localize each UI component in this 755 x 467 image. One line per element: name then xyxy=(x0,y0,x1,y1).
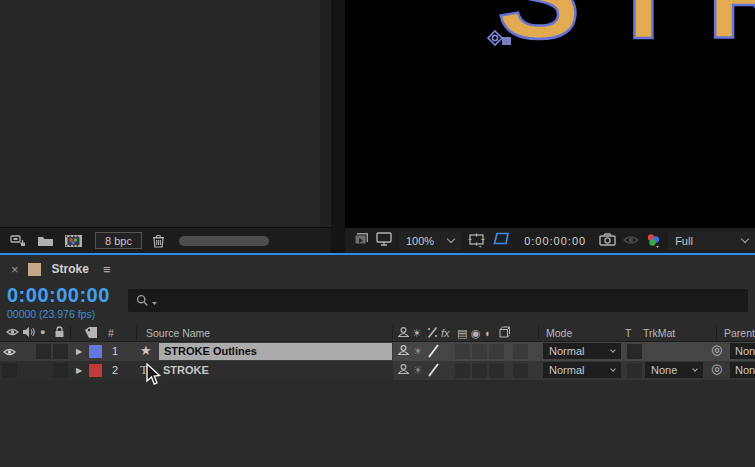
chevron-down-icon xyxy=(610,366,616,372)
layer-row-1[interactable]: ▶ 1 ★ STROKE Outlines ☀ Normal xyxy=(0,342,755,361)
3d-layer-column-icon[interactable] xyxy=(499,326,511,338)
video-column-eye-icon[interactable] xyxy=(6,326,19,338)
layer-index: 2 xyxy=(112,364,118,376)
shy-switch[interactable] xyxy=(397,344,410,357)
preserve-transparency-toggle[interactable] xyxy=(627,363,642,378)
anchor-point-icon[interactable] xyxy=(485,28,515,58)
quality-switch[interactable] xyxy=(428,344,439,358)
quality-column-icon[interactable] xyxy=(427,326,438,339)
chevron-down-icon xyxy=(741,235,749,243)
audio-column-speaker-icon[interactable] xyxy=(22,326,35,338)
trkmat-column-label[interactable]: TrkMat xyxy=(643,327,675,339)
main-viewer-icon[interactable] xyxy=(376,232,392,250)
composition-viewer[interactable]: STROKE xyxy=(345,0,755,227)
solo-toggle[interactable] xyxy=(36,344,51,359)
collapse-transform-column-icon[interactable]: ☀ xyxy=(412,326,422,340)
expand-arrow-icon[interactable]: ▶ xyxy=(76,366,82,375)
lock-column-icon[interactable] xyxy=(54,326,65,338)
layer-name[interactable]: STROKE Outlines xyxy=(159,343,392,360)
label-column-tag-icon[interactable] xyxy=(84,326,98,339)
zoom-value: 100% xyxy=(406,235,434,247)
fx-switch[interactable] xyxy=(455,344,470,359)
color-depth-button[interactable]: 8 bpc xyxy=(95,232,142,249)
layer-switches: ☀ Normal None ◎ None xyxy=(393,361,755,380)
viewer-timecode[interactable]: 0:00:00:00 xyxy=(518,235,592,247)
video-toggle[interactable] xyxy=(2,344,17,359)
new-folder-icon[interactable] xyxy=(37,234,54,247)
project-panel xyxy=(0,0,331,227)
comp-color-swatch xyxy=(28,263,41,276)
blend-mode-value: Normal xyxy=(549,364,584,376)
adjustment-layer-column-icon[interactable]: ◐ xyxy=(485,326,492,340)
resolution-value: Full xyxy=(675,235,693,247)
layer-index: 1 xyxy=(112,345,118,357)
lock-toggle[interactable] xyxy=(53,363,68,378)
expand-arrow-icon[interactable]: ▶ xyxy=(76,347,82,356)
quality-switch[interactable] xyxy=(428,363,439,377)
search-icon xyxy=(136,294,149,307)
motion-blur-switch[interactable] xyxy=(489,344,504,359)
timeline-tab-title[interactable]: Stroke xyxy=(52,262,89,276)
layer-row-2[interactable]: ▶ 2 T STROKE ☀ Normal xyxy=(0,361,755,380)
parent-dropdown[interactable]: None xyxy=(730,362,755,378)
motion-blur-switch[interactable] xyxy=(489,363,504,378)
trkmat-value: None xyxy=(651,364,677,376)
current-time-display[interactable]: 0:00:00:00 xyxy=(7,284,110,307)
channel-color-icon[interactable] xyxy=(646,233,661,248)
mouse-cursor xyxy=(146,363,162,391)
eye-icon xyxy=(3,346,16,358)
chevron-down-icon xyxy=(447,235,455,243)
chevron-down-icon xyxy=(610,347,616,353)
collapse-switch[interactable]: ☀ xyxy=(413,363,423,377)
frame-rate-info: 00000 (23.976 fps) xyxy=(7,308,95,320)
t-column-label[interactable]: T xyxy=(625,327,631,339)
footage-icon[interactable] xyxy=(64,234,83,248)
solo-column-icon[interactable]: ● xyxy=(40,325,45,339)
panel-menu-icon[interactable]: ≡ xyxy=(103,262,111,277)
timeline-panel: × Stroke ≡ 0:00:00:00 00000 (23.976 fps)… xyxy=(0,255,755,467)
trash-icon[interactable] xyxy=(152,234,165,248)
frame-blend-column-icon[interactable]: ▤ xyxy=(457,326,467,340)
preserve-transparency-toggle[interactable] xyxy=(627,344,642,359)
blend-mode-dropdown[interactable]: Normal xyxy=(543,362,621,378)
snapshot-camera-icon[interactable] xyxy=(599,232,616,250)
layer-label-swatch[interactable] xyxy=(89,364,102,377)
parent-column-label[interactable]: Parent xyxy=(724,327,755,339)
3d-switch[interactable] xyxy=(513,344,528,359)
mask-path-visibility-icon[interactable] xyxy=(492,231,511,250)
blend-mode-dropdown[interactable]: Normal xyxy=(543,343,621,359)
frame-blend-switch[interactable] xyxy=(472,344,487,359)
resolution-dropdown[interactable]: Full xyxy=(668,232,755,250)
source-name-column-label[interactable]: Source Name xyxy=(146,327,210,339)
video-toggle[interactable] xyxy=(2,363,17,378)
fx-switch[interactable] xyxy=(455,363,470,378)
magnification-dropdown[interactable]: 100% xyxy=(399,232,461,250)
shy-switch[interactable] xyxy=(397,363,410,376)
trkmat-dropdown[interactable]: None xyxy=(645,362,703,378)
project-panel-scrollbar[interactable] xyxy=(320,0,331,227)
parent-pickwhip-icon[interactable]: ◎ xyxy=(711,362,722,376)
effects-column-icon[interactable]: fx xyxy=(441,326,450,340)
horizontal-scrollbar[interactable] xyxy=(179,236,269,246)
always-preview-icon[interactable] xyxy=(353,232,369,250)
lock-toggle[interactable] xyxy=(53,344,68,359)
close-icon[interactable]: × xyxy=(11,262,19,277)
shy-column-icon[interactable] xyxy=(397,326,410,339)
index-column-label[interactable]: # xyxy=(108,327,114,339)
mode-column-label[interactable]: Mode xyxy=(546,327,572,339)
comp-title-text: STROKE xyxy=(497,0,755,57)
timeline-search-input[interactable] xyxy=(128,289,748,312)
viewer-toolbar: 100% 0:00:00:00 Full xyxy=(345,227,755,253)
frame-blend-switch[interactable] xyxy=(472,363,487,378)
motion-blur-column-icon[interactable]: ◉ xyxy=(471,326,481,340)
layer-switches: ☀ Normal ◎ None xyxy=(393,342,755,361)
project-flowchart-icon[interactable] xyxy=(10,234,27,247)
grid-guides-icon[interactable] xyxy=(468,233,485,248)
3d-switch[interactable] xyxy=(513,363,528,378)
layer-name[interactable]: STROKE xyxy=(163,364,209,376)
parent-pickwhip-icon[interactable]: ◎ xyxy=(711,343,722,357)
layer-label-swatch[interactable] xyxy=(89,345,102,358)
parent-dropdown[interactable]: None xyxy=(730,343,755,359)
collapse-switch[interactable]: ☀ xyxy=(413,344,423,358)
show-snapshot-icon[interactable] xyxy=(623,232,639,250)
